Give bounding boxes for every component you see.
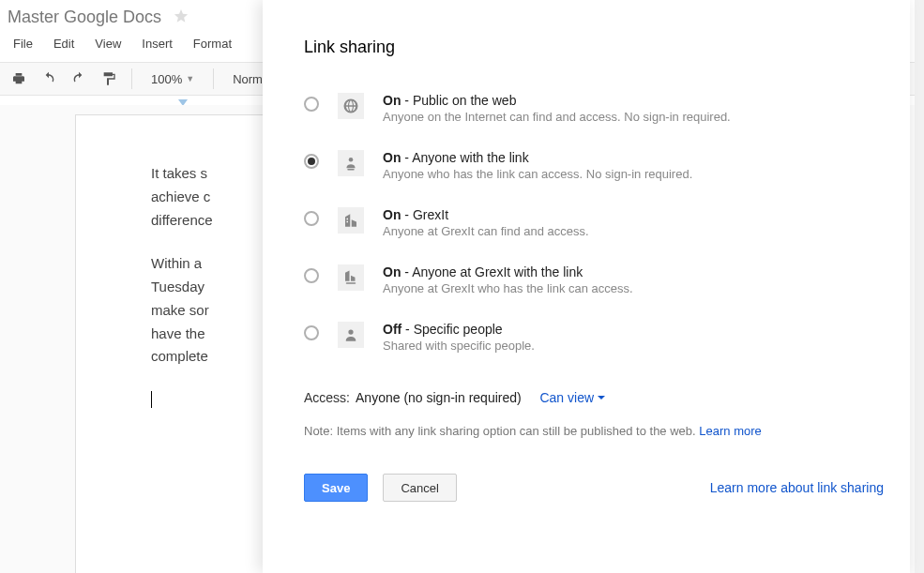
save-button[interactable]: Save [304, 474, 368, 502]
svg-rect-1 [347, 169, 355, 171]
radio[interactable] [304, 211, 319, 226]
access-permission-dropdown[interactable]: Can view [539, 390, 605, 405]
menu-format[interactable]: Format [184, 33, 241, 54]
access-scope: Anyone (no sign-in required) [356, 390, 522, 405]
option-anyone-link[interactable]: On - Anyone with the link Anyone who has… [304, 150, 884, 181]
person-icon [338, 322, 364, 348]
link-sharing-dialog: Link sharing On - Public on the web Anyo… [263, 0, 910, 573]
sharing-options: On - Public on the web Anyone on the Int… [304, 93, 884, 353]
option-description: Shared with specific people. [383, 339, 535, 353]
option-title: On - GrexIt [383, 207, 589, 222]
menu-file[interactable]: File [4, 33, 42, 54]
option-title: Off - Specific people [383, 322, 535, 337]
person-link-icon [338, 150, 364, 176]
right-gutter [915, 0, 924, 573]
paint-format-icon[interactable] [96, 66, 122, 92]
separator [213, 68, 214, 89]
dialog-footer: Save Cancel Learn more about link sharin… [304, 474, 884, 502]
svg-rect-4 [346, 282, 356, 284]
option-description: Anyone at GrexIt who has the link can ac… [383, 281, 633, 295]
building-icon [338, 207, 364, 234]
undo-icon[interactable] [36, 66, 62, 92]
dialog-title: Link sharing [304, 38, 884, 57]
building-link-icon [338, 264, 364, 291]
access-permission-label: Can view [539, 390, 594, 405]
option-description: Anyone on the Internet can find and acce… [383, 110, 731, 124]
radio[interactable] [304, 325, 319, 340]
radio[interactable] [304, 154, 319, 169]
note-text: Note: Items with any link sharing option… [304, 424, 696, 438]
cancel-button[interactable]: Cancel [383, 474, 456, 502]
svg-point-0 [349, 158, 354, 162]
svg-rect-3 [347, 221, 349, 223]
note-learn-more-link[interactable]: Learn more [699, 424, 761, 438]
option-title: On - Anyone at GrexIt with the link [383, 264, 633, 279]
caret-down-icon [598, 396, 605, 400]
access-row: Access: Anyone (no sign-in required) Can… [304, 390, 884, 405]
option-public-web[interactable]: On - Public on the web Anyone on the Int… [304, 93, 884, 124]
access-label: Access: [304, 390, 350, 405]
print-icon[interactable] [6, 66, 32, 92]
document-title[interactable]: Master Google Docs [8, 8, 173, 27]
redo-icon[interactable] [66, 66, 92, 92]
menu-insert[interactable]: Insert [132, 33, 182, 54]
option-org-link[interactable]: On - Anyone at GrexIt with the link Anyo… [304, 264, 884, 295]
star-icon[interactable] [173, 8, 189, 27]
option-specific-people[interactable]: Off - Specific people Shared with specif… [304, 322, 884, 353]
radio[interactable] [304, 268, 319, 283]
option-title: On - Public on the web [383, 93, 731, 108]
option-org[interactable]: On - GrexIt Anyone at GrexIt can find an… [304, 207, 884, 238]
radio[interactable] [304, 97, 319, 112]
style-value: Norm [233, 72, 263, 86]
text-cursor [151, 391, 152, 408]
note: Note: Items with any link sharing option… [304, 424, 884, 438]
zoom-value: 100% [151, 72, 182, 86]
svg-point-5 [348, 329, 353, 334]
separator [131, 68, 132, 89]
option-title: On - Anyone with the link [383, 150, 692, 165]
zoom-dropdown[interactable]: 100% ▼ [142, 72, 204, 86]
learn-more-link[interactable]: Learn more about link sharing [710, 480, 884, 495]
menu-view[interactable]: View [85, 33, 130, 54]
option-description: Anyone at GrexIt can find and access. [383, 224, 589, 238]
option-description: Anyone who has the link can access. No s… [383, 167, 692, 181]
menu-edit[interactable]: Edit [44, 33, 83, 54]
globe-icon [338, 93, 364, 119]
svg-rect-2 [347, 219, 349, 220]
